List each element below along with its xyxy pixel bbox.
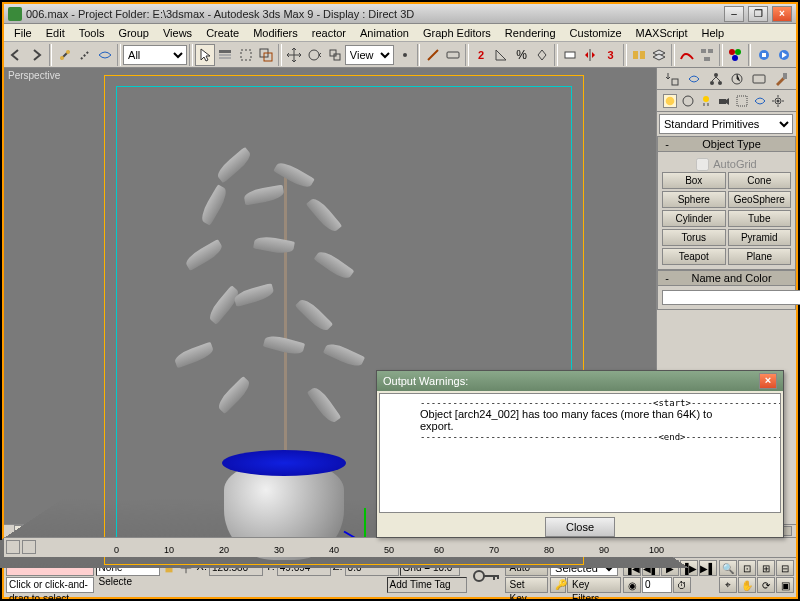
- primitive-tube[interactable]: Tube: [728, 210, 792, 227]
- object-type-rollout-header[interactable]: -Object Type: [657, 136, 796, 152]
- pivot-center-button[interactable]: [394, 44, 414, 66]
- quick-render-button[interactable]: [774, 44, 794, 66]
- dialog-titlebar[interactable]: Output Warnings: ×: [377, 371, 783, 391]
- angle-snap-button[interactable]: [491, 44, 511, 66]
- primitive-plane[interactable]: Plane: [728, 248, 792, 265]
- menu-modifiers[interactable]: Modifiers: [247, 25, 304, 41]
- primitive-sphere[interactable]: Sphere: [662, 191, 726, 208]
- primitive-torus[interactable]: Torus: [662, 229, 726, 246]
- menu-help[interactable]: Help: [696, 25, 731, 41]
- close-button[interactable]: ×: [772, 6, 792, 22]
- dialog-close-button[interactable]: ×: [759, 373, 777, 389]
- select-button[interactable]: [195, 44, 215, 66]
- max-toggle-button[interactable]: ▣: [776, 577, 794, 593]
- key-mode-icon[interactable]: 🔑: [550, 577, 566, 593]
- select-by-name-button[interactable]: [215, 44, 235, 66]
- zoom-button[interactable]: 🔍: [719, 560, 737, 576]
- primitive-cone[interactable]: Cone: [728, 172, 792, 189]
- menu-edit[interactable]: Edit: [40, 25, 71, 41]
- tab-create[interactable]: [664, 71, 680, 87]
- undo-button[interactable]: [6, 44, 26, 66]
- align-button[interactable]: [629, 44, 649, 66]
- sub-systems[interactable]: [771, 94, 785, 108]
- sub-spacewarps[interactable]: [753, 94, 767, 108]
- window-crossing-button[interactable]: [256, 44, 276, 66]
- select-region-button[interactable]: [236, 44, 256, 66]
- menu-animation[interactable]: Animation: [354, 25, 415, 41]
- named-selection-button[interactable]: [560, 44, 580, 66]
- svg-point-33: [683, 96, 693, 106]
- mirror-button[interactable]: [580, 44, 600, 66]
- tab-hierarchy[interactable]: [708, 71, 724, 87]
- category-dropdown[interactable]: Standard Primitives: [659, 114, 793, 134]
- restore-button[interactable]: ❐: [748, 6, 768, 22]
- layers-button[interactable]: [649, 44, 669, 66]
- menu-customize[interactable]: Customize: [564, 25, 628, 41]
- menu-create[interactable]: Create: [200, 25, 245, 41]
- keyboard-shortcut-override[interactable]: [443, 44, 463, 66]
- scale-button[interactable]: [325, 44, 345, 66]
- primitive-box[interactable]: Box: [662, 172, 726, 189]
- menu-maxscript[interactable]: MAXScript: [630, 25, 694, 41]
- primitive-geosphere[interactable]: GeoSphere: [728, 191, 792, 208]
- dialog-close-ok-button[interactable]: Close: [545, 517, 615, 537]
- bind-spacewarp-button[interactable]: [95, 44, 115, 66]
- menu-file[interactable]: File: [8, 25, 38, 41]
- material-editor-button[interactable]: [725, 44, 745, 66]
- name-color-rollout-header[interactable]: -Name and Color: [657, 270, 796, 286]
- setkey-button[interactable]: Set Key: [505, 577, 548, 593]
- spinner-snap-button[interactable]: [532, 44, 552, 66]
- time-config-button[interactable]: ⏱: [673, 577, 691, 593]
- render-scene-button[interactable]: [753, 44, 773, 66]
- schematic-view-button[interactable]: [697, 44, 717, 66]
- menu-rendering[interactable]: Rendering: [499, 25, 562, 41]
- menu-grapheditors[interactable]: Graph Editors: [417, 25, 497, 41]
- zoom-extents-button[interactable]: ⊞: [757, 560, 775, 576]
- tab-display[interactable]: [751, 71, 767, 87]
- fov-button[interactable]: ⌖: [719, 577, 737, 593]
- primitive-pyramid[interactable]: Pyramid: [728, 229, 792, 246]
- sub-lights[interactable]: [699, 94, 713, 108]
- move-button[interactable]: [284, 44, 304, 66]
- selection-filter[interactable]: All: [123, 45, 187, 65]
- svg-rect-42: [493, 575, 495, 580]
- menu-reactor[interactable]: reactor: [306, 25, 352, 41]
- redo-button[interactable]: [26, 44, 46, 66]
- tab-modify[interactable]: [686, 71, 702, 87]
- goto-end-button[interactable]: ▶▌: [699, 560, 717, 576]
- trackbar-toggle-1[interactable]: [6, 540, 20, 554]
- menu-views[interactable]: Views: [157, 25, 198, 41]
- snap-2d-button[interactable]: 2: [471, 44, 491, 66]
- object-name-input[interactable]: [662, 290, 800, 305]
- orbit-button[interactable]: ⟳: [757, 577, 775, 593]
- pan-button[interactable]: ✋: [738, 577, 756, 593]
- unlink-button[interactable]: [75, 44, 95, 66]
- tab-utilities[interactable]: [773, 71, 789, 87]
- manipulate-button[interactable]: [422, 44, 442, 66]
- sub-helpers[interactable]: [735, 94, 749, 108]
- snap-3d-button[interactable]: 3: [600, 44, 620, 66]
- trackbar-toggle-2[interactable]: [22, 540, 36, 554]
- rotate-button[interactable]: [304, 44, 324, 66]
- sub-geometry[interactable]: [663, 94, 677, 108]
- percent-snap-button[interactable]: %: [511, 44, 531, 66]
- prompt-readout: Click or click-and-drag to select object…: [6, 577, 94, 593]
- menu-group[interactable]: Group: [112, 25, 155, 41]
- minimize-button[interactable]: –: [724, 6, 744, 22]
- link-button[interactable]: [54, 44, 74, 66]
- primitive-cylinder[interactable]: Cylinder: [662, 210, 726, 227]
- key-step-button[interactable]: ◉: [623, 577, 641, 593]
- curve-editor-button[interactable]: [677, 44, 697, 66]
- key-filters-button[interactable]: Key Filters...: [567, 577, 621, 593]
- ref-coord-system[interactable]: View: [345, 45, 395, 65]
- sub-cameras[interactable]: [717, 94, 731, 108]
- current-frame-spinner[interactable]: 0: [642, 577, 672, 593]
- time-ruler[interactable]: 0 10 20 30 40 50 60 70 80 90 100: [4, 537, 796, 557]
- tab-motion[interactable]: [729, 71, 745, 87]
- zoom-extents-all-button[interactable]: ⊟: [776, 560, 794, 576]
- sub-shapes[interactable]: [681, 94, 695, 108]
- primitive-teapot[interactable]: Teapot: [662, 248, 726, 265]
- add-time-tag[interactable]: Add Time Tag: [387, 577, 467, 593]
- menu-tools[interactable]: Tools: [73, 25, 111, 41]
- zoom-all-button[interactable]: ⊡: [738, 560, 756, 576]
